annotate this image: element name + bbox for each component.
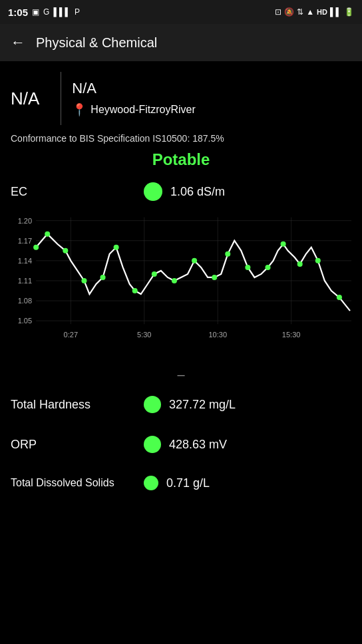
location-name: Heywood-FitzroyRiver — [90, 104, 195, 116]
square-icon: ▣ — [32, 7, 39, 17]
top-info-row: N/A N/A 📍 Heywood-FitzroyRiver — [11, 72, 351, 125]
total-hardness-row: Total Hardness 327.72 mg/L — [11, 396, 351, 413]
chart-dot — [114, 245, 119, 250]
y-label-1: 1.20 — [18, 217, 32, 225]
x-label-3: 10:30 — [208, 331, 227, 339]
tds-row: Total Dissolved Solids 0.71 g/L — [11, 476, 351, 490]
total-hardness-label: Total Hardness — [11, 398, 144, 412]
x-label-2: 5:30 — [137, 331, 151, 339]
chart-line — [36, 234, 350, 311]
location-row: 📍 Heywood-FitzroyRiver — [72, 102, 195, 117]
dash-separator: – — [11, 367, 351, 383]
y-label-4: 1.11 — [18, 277, 32, 285]
hd-icon: HD — [317, 8, 327, 16]
back-button[interactable]: ← — [11, 34, 25, 51]
ec-chart: 1.20 1.17 1.14 1.11 1.08 1.05 0:27 5:30 … — [11, 208, 351, 361]
parking-icon: P — [75, 7, 80, 17]
x-label-4: 15:30 — [282, 331, 301, 339]
g-icon: G — [43, 7, 49, 17]
ec-row: EC 1.06 dS/m — [11, 182, 351, 201]
main-content: N/A N/A 📍 Heywood-FitzroyRiver Conforman… — [0, 61, 362, 508]
battery-icon: 🔋 — [344, 7, 354, 17]
bell-off-icon: 🔕 — [284, 7, 294, 17]
y-label-5: 1.08 — [18, 297, 32, 305]
status-left: 1:05 ▣ G ▌▌▌ P — [8, 7, 80, 18]
chart-dot — [297, 261, 303, 267]
chart-dot — [245, 265, 250, 270]
orp-label: ORP — [11, 438, 144, 452]
chart-dot — [132, 288, 138, 293]
wifi-icon: ▲ — [306, 7, 314, 17]
tds-value: 0.71 g/L — [166, 476, 210, 490]
metrics-section: Total Hardness 327.72 mg/L ORP 428.63 mV… — [11, 396, 351, 497]
chart-dot — [315, 258, 321, 263]
location-icon: 📍 — [72, 102, 87, 117]
status-right: ⊡ 🔕 ⇅ ▲ HD ▌▌ 🔋 — [275, 7, 354, 17]
orp-dot — [144, 436, 161, 453]
chart-dot — [33, 245, 39, 250]
cast-icon: ⊡ — [275, 7, 281, 17]
chart-dot — [100, 275, 106, 280]
arrow-icon: ⇅ — [297, 7, 303, 17]
signal-icon: ▌▌▌ — [53, 7, 71, 17]
chart-dot — [192, 258, 197, 263]
vertical-divider — [61, 72, 61, 125]
tds-label: Total Dissolved Solids — [11, 477, 144, 489]
chart-dot — [152, 271, 157, 277]
na-right: N/A — [72, 80, 195, 97]
y-label-6: 1.05 — [18, 317, 32, 325]
orp-row: ORP 428.63 mV — [11, 436, 351, 453]
chart-dot — [212, 275, 217, 280]
y-label-2: 1.17 — [18, 237, 32, 245]
signal2-icon: ▌▌ — [330, 7, 341, 17]
chart-dot — [63, 248, 68, 253]
status-time: 1:05 — [8, 7, 28, 18]
ec-label: EC — [11, 185, 144, 199]
na-left: N/A — [11, 88, 50, 109]
x-label-1: 0:27 — [64, 331, 78, 339]
chart-svg: 1.20 1.17 1.14 1.11 1.08 1.05 0:27 5:30 … — [11, 208, 351, 361]
potable-label: Potable — [11, 150, 351, 169]
chart-dot — [281, 242, 286, 247]
page-title: Physical & Chemical — [36, 35, 157, 51]
orp-value: 428.63 mV — [169, 438, 227, 452]
chart-dot — [225, 251, 230, 257]
chart-dot — [45, 232, 50, 237]
chart-dot — [172, 278, 177, 283]
y-label-3: 1.14 — [18, 257, 32, 265]
chart-dot — [265, 265, 270, 270]
tds-dot — [144, 476, 158, 490]
total-hardness-value: 327.72 mg/L — [169, 398, 236, 412]
conformance-text: Conformance to BIS Specification IS10500… — [11, 133, 351, 144]
right-info: N/A 📍 Heywood-FitzroyRiver — [72, 80, 195, 117]
total-hardness-dot — [144, 396, 161, 413]
ec-status-dot — [144, 182, 162, 201]
chart-dot — [337, 295, 342, 300]
status-bar: 1:05 ▣ G ▌▌▌ P ⊡ 🔕 ⇅ ▲ HD ▌▌ 🔋 — [0, 0, 362, 24]
header: ← Physical & Chemical — [0, 24, 362, 61]
ec-value: 1.06 dS/m — [170, 185, 225, 199]
chart-dot — [81, 278, 87, 283]
